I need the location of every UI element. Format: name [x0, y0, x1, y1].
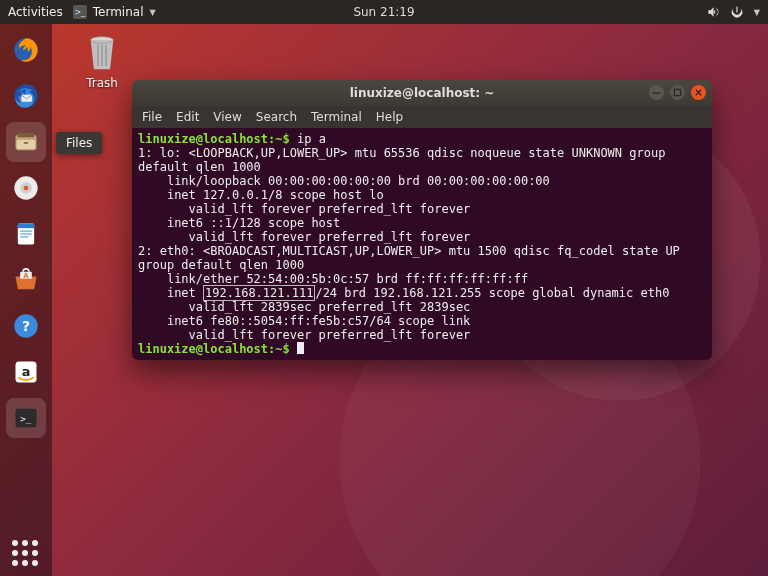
svg-rect-12: [20, 231, 32, 232]
window-title: linuxize@localhost: ~: [350, 86, 495, 100]
menu-edit[interactable]: Edit: [176, 110, 199, 124]
svg-text:>_: >_: [20, 413, 32, 424]
terminal-menubar: File Edit View Search Terminal Help: [132, 106, 712, 128]
power-icon[interactable]: [730, 5, 744, 19]
tooltip-files: Files: [56, 132, 102, 154]
app-menu-label: Terminal: [93, 5, 144, 19]
clock[interactable]: Sun 21:19: [353, 5, 414, 19]
window-minimize-button[interactable]: [649, 85, 664, 100]
desktop-trash-label: Trash: [72, 76, 132, 90]
chevron-down-icon: ▼: [149, 8, 155, 17]
desktop-trash[interactable]: Trash: [72, 32, 132, 90]
terminal-window: linuxize@localhost: ~ File Edit View Sea…: [132, 80, 712, 360]
launcher-thunderbird[interactable]: [6, 76, 46, 116]
launcher-rhythmbox[interactable]: [6, 168, 46, 208]
launcher-terminal[interactable]: >_: [6, 398, 46, 438]
svg-rect-29: [674, 89, 680, 95]
svg-rect-5: [17, 140, 36, 149]
menu-file[interactable]: File: [142, 110, 162, 124]
launcher-writer[interactable]: [6, 214, 46, 254]
window-close-button[interactable]: [691, 85, 706, 100]
launcher-firefox[interactable]: [6, 30, 46, 70]
menu-terminal[interactable]: Terminal: [311, 110, 362, 124]
launcher-software[interactable]: A: [6, 260, 46, 300]
svg-rect-25: [101, 45, 103, 66]
svg-rect-14: [20, 236, 28, 237]
svg-rect-24: [97, 45, 99, 66]
launcher-amazon[interactable]: a: [6, 352, 46, 392]
top-bar: Activities >_ Terminal ▼ Sun 21:19 ▼: [0, 0, 768, 24]
terminal-icon: >_: [73, 5, 87, 19]
svg-rect-4: [18, 133, 34, 138]
menu-search[interactable]: Search: [256, 110, 297, 124]
launcher: A ? a >_: [0, 24, 52, 576]
highlighted-ip: 192.168.121.111: [203, 285, 315, 301]
menu-view[interactable]: View: [213, 110, 241, 124]
terminal-cursor: [297, 342, 304, 354]
svg-point-9: [24, 186, 29, 191]
terminal-output[interactable]: linuxize@localhost:~$ ip a 1: lo: <LOOPB…: [132, 128, 712, 360]
svg-rect-26: [105, 45, 107, 66]
svg-text:A: A: [23, 272, 29, 280]
window-titlebar[interactable]: linuxize@localhost: ~: [132, 80, 712, 106]
launcher-help[interactable]: ?: [6, 306, 46, 346]
volume-icon[interactable]: [706, 5, 720, 19]
svg-rect-6: [24, 142, 29, 144]
show-applications-button[interactable]: [12, 540, 38, 566]
svg-rect-13: [20, 233, 32, 234]
chevron-down-icon[interactable]: ▼: [754, 8, 760, 17]
activities-button[interactable]: Activities: [8, 5, 63, 19]
svg-text:a: a: [22, 364, 31, 379]
svg-text:?: ?: [22, 318, 30, 334]
app-menu[interactable]: >_ Terminal ▼: [73, 5, 156, 19]
launcher-files[interactable]: [6, 122, 46, 162]
svg-rect-11: [18, 224, 34, 229]
trash-icon: [82, 32, 122, 74]
window-maximize-button[interactable]: [670, 85, 685, 100]
svg-rect-28: [653, 93, 660, 94]
menu-help[interactable]: Help: [376, 110, 403, 124]
